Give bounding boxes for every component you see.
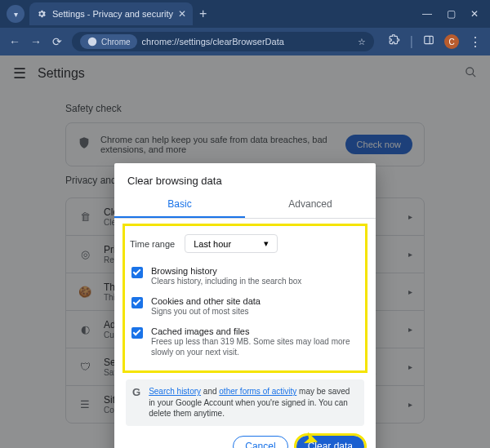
other-activity-link[interactable]: other forms of activity: [219, 387, 296, 396]
highlight-annotation: Time range Last hour ▾ Browsing historyC…: [122, 224, 368, 373]
tab-basic[interactable]: Basic: [114, 192, 245, 218]
checkbox-icon[interactable]: [131, 327, 143, 339]
svg-rect-1: [425, 36, 434, 43]
dialog-tabs: Basic Advanced: [114, 192, 376, 219]
back-button[interactable]: ←: [8, 35, 21, 48]
menu-icon[interactable]: ⋮: [469, 34, 482, 50]
reload-button[interactable]: ⟳: [51, 35, 64, 48]
tab-search-button[interactable]: ▾: [7, 5, 24, 23]
gear-icon: [36, 8, 47, 20]
chevron-down-icon: ▾: [264, 238, 269, 249]
bookmark-star-icon[interactable]: ☆: [358, 37, 366, 47]
checkbox-cookies[interactable]: Cookies and other site dataSigns you out…: [130, 291, 360, 322]
site-chip-label: Chrome: [101, 38, 131, 47]
search-history-link[interactable]: Search history: [149, 387, 201, 396]
new-tab-button[interactable]: +: [199, 7, 207, 21]
note-text: Search history and other forms of activi…: [149, 386, 358, 419]
close-tab-icon[interactable]: ✕: [178, 8, 186, 20]
time-range-value: Last hour: [194, 239, 231, 249]
window-titlebar: ▾ Settings - Privacy and security ✕ + — …: [0, 0, 490, 28]
checkbox-cache[interactable]: Cached images and filesFrees up less tha…: [130, 322, 360, 362]
minimize-button[interactable]: —: [422, 8, 432, 20]
url-text: chrome://settings/clearBrowserData: [142, 37, 284, 47]
browser-tab[interactable]: Settings - Privacy and security ✕: [29, 2, 193, 25]
tab-advanced[interactable]: Advanced: [245, 192, 376, 218]
dialog-title: Clear browsing data: [114, 163, 376, 192]
google-account-note: G Search history and other forms of acti…: [126, 379, 364, 426]
address-bar[interactable]: Chrome chrome://settings/clearBrowserDat…: [72, 32, 374, 51]
maximize-button[interactable]: ▢: [447, 8, 456, 20]
checkbox-browsing-history[interactable]: Browsing historyClears history, includin…: [130, 261, 360, 291]
profile-avatar[interactable]: C: [444, 34, 459, 49]
tab-title: Settings - Privacy and security: [52, 9, 173, 19]
chrome-icon: [87, 36, 98, 47]
time-range-label: Time range: [130, 239, 175, 249]
checkbox-icon[interactable]: [131, 267, 143, 278]
extensions-icon[interactable]: [389, 34, 400, 49]
forward-button[interactable]: →: [29, 35, 42, 48]
time-range-select[interactable]: Last hour ▾: [185, 234, 278, 253]
close-window-button[interactable]: ✕: [470, 8, 479, 20]
site-chip[interactable]: Chrome: [80, 34, 137, 49]
cancel-button[interactable]: Cancel: [233, 436, 287, 449]
side-panel-icon[interactable]: [423, 34, 434, 49]
checkbox-icon[interactable]: [131, 297, 143, 308]
clear-browsing-data-dialog: Clear browsing data Basic Advanced Time …: [114, 163, 376, 448]
toolbar: ← → ⟳ Chrome chrome://settings/clearBrow…: [0, 28, 490, 55]
google-icon: G: [132, 386, 140, 419]
svg-point-0: [88, 38, 97, 47]
